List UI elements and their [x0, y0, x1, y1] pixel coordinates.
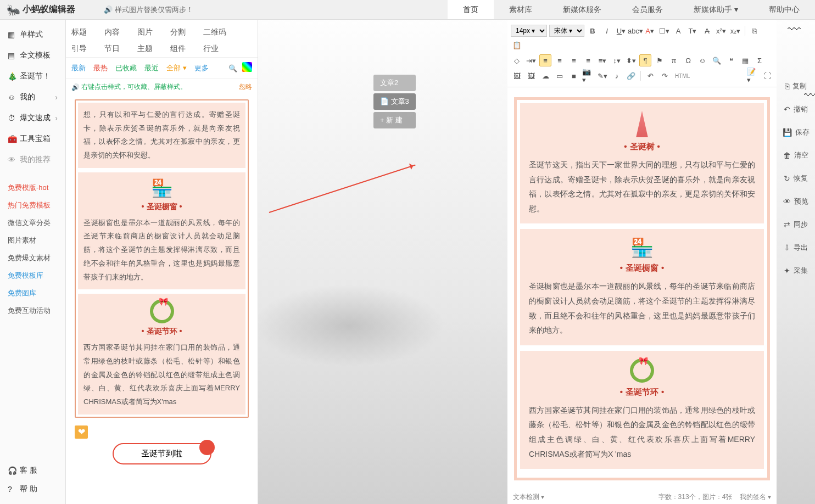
search-icon[interactable]: 🔍	[227, 62, 239, 74]
filter-item[interactable]: 已收藏	[115, 63, 137, 73]
sidebar-link[interactable]: 免费模版-hot	[0, 179, 65, 197]
multi-image-icon[interactable]: 🖼	[525, 70, 537, 82]
direction-icon[interactable]: ¶	[639, 54, 651, 66]
flag-icon[interactable]: ⚑	[654, 54, 666, 66]
filter-item[interactable]: 最新	[71, 63, 86, 73]
topnav-item[interactable]: 会员服务	[617, 0, 678, 19]
sidebar-item[interactable]: ▦单样式	[0, 24, 65, 45]
action-采集[interactable]: ✦采集	[777, 259, 815, 282]
sigma-icon[interactable]: Σ	[753, 54, 766, 66]
action-预览[interactable]: 👁预览	[777, 190, 815, 213]
align-justify-icon[interactable]: ≡	[582, 54, 594, 66]
sidebar-item[interactable]: ▤全文模板	[0, 45, 65, 66]
align-right-icon[interactable]: ≡	[568, 54, 580, 66]
case-icon[interactable]: A	[672, 25, 684, 37]
topnav-item[interactable]: 素材库	[494, 0, 548, 19]
eraser-icon[interactable]: ◇	[511, 54, 523, 66]
filter-item[interactable]: 更多	[194, 63, 209, 73]
copy-icon[interactable]: ⎘	[749, 25, 761, 37]
doc-tab[interactable]: 文章2	[373, 75, 416, 91]
image-icon[interactable]: 🖼	[511, 70, 523, 82]
align-center-icon[interactable]: ≡	[554, 54, 566, 66]
editor-canvas[interactable]: 圣诞树 圣诞节这天，指出天下一家世界大同的理想，只有以和平与仁爱的言行达成。寄赠…	[507, 87, 777, 490]
template-card[interactable]: 想，只有以和平与仁爱的言行达成。寄赠圣诞卡，除表示庆贺圣诞的喜乐外，就是向亲友祝…	[75, 99, 249, 418]
align-left-icon[interactable]: ≡	[539, 54, 551, 66]
search2-icon[interactable]: 🔍	[711, 54, 723, 66]
doc-tab[interactable]: 📄 文章3	[373, 93, 416, 110]
action-导出[interactable]: ⇩导出	[777, 236, 815, 259]
cloud-icon[interactable]: ☁	[539, 70, 551, 82]
template-card[interactable]: 圣诞节到啦	[113, 443, 211, 464]
style-tab[interactable]: 图片	[137, 24, 170, 41]
action-清空[interactable]: 🗑清空	[777, 144, 815, 167]
action-恢复[interactable]: ↻恢复	[777, 167, 815, 190]
style-tab[interactable]: 分割	[170, 24, 203, 41]
html-button[interactable]: HTML	[673, 73, 692, 79]
sidebar-item[interactable]: ☺我的›	[0, 87, 65, 108]
sidebar-item[interactable]: 🎄圣诞节！	[0, 66, 65, 87]
sidebar-link[interactable]: 免费互动活动	[0, 302, 65, 320]
action-复制[interactable]: ⎘复制	[777, 75, 815, 98]
lineheight-icon[interactable]: ↕▾	[611, 54, 623, 66]
filter-item[interactable]: 最近	[144, 63, 159, 73]
omega-icon[interactable]: Ω	[682, 54, 694, 66]
card-icon[interactable]: ▭	[554, 70, 566, 82]
sidebar-link[interactable]: 免费图库	[0, 284, 65, 302]
camera-icon[interactable]: 📷▾	[582, 70, 594, 82]
indent-icon[interactable]: ⇥▾	[525, 54, 537, 66]
format-icon[interactable]: T▾	[686, 25, 699, 37]
clear-icon[interactable]: A̶	[701, 25, 713, 37]
fontfamily-select[interactable]: 宋体 ▾	[549, 25, 584, 37]
filter-item[interactable]: 最热	[93, 63, 108, 73]
text-check-dropdown[interactable]: 文本检测 ▾	[513, 492, 544, 502]
topnav-item[interactable]: 新媒体助手 ▾	[678, 0, 753, 19]
bold-icon[interactable]: B	[587, 25, 599, 37]
quote-icon[interactable]: ❝	[725, 54, 737, 66]
sidebar-link[interactable]: 热门免费模板	[0, 197, 65, 214]
bgcolor-icon[interactable]: ☐▾	[658, 25, 670, 37]
redo-icon[interactable]: ↷	[658, 70, 671, 82]
list-icon[interactable]: ≡▾	[596, 54, 609, 66]
strike-icon[interactable]: abc▾	[629, 25, 641, 37]
table-icon[interactable]: ▦	[739, 54, 751, 66]
ignore-button[interactable]: 忽略	[239, 82, 252, 92]
undo-icon[interactable]: ↶	[644, 70, 656, 82]
action-同步[interactable]: ⇄同步	[777, 213, 815, 236]
style-tab[interactable]: 内容	[104, 24, 137, 41]
pi-icon[interactable]: π	[668, 54, 680, 66]
new-doc-button[interactable]: + 新 建	[373, 112, 416, 128]
style-tab[interactable]: 行业	[203, 41, 236, 57]
note-icon[interactable]: 📝▾	[747, 70, 759, 82]
style-tab[interactable]: 引导	[71, 41, 104, 57]
sidebar-bottom-item[interactable]: 🎧客 服	[0, 461, 65, 480]
signature-dropdown[interactable]: 我的签名 ▾	[740, 493, 771, 501]
link-icon[interactable]: 🔗	[625, 70, 637, 82]
fullscreen-icon[interactable]: ⛶	[761, 70, 773, 82]
topnav-item[interactable]: 帮助中心	[753, 0, 815, 19]
fontcolor-icon[interactable]: A▾	[644, 25, 656, 37]
sidebar-link[interactable]: 微信文章分类	[0, 214, 65, 232]
action-撤销[interactable]: ↶撤销	[777, 98, 815, 121]
topnav-item[interactable]: 新媒体服务	[548, 0, 617, 19]
spacing-icon[interactable]: ⬍▾	[625, 54, 637, 66]
topnav-item[interactable]: 首页	[448, 0, 494, 19]
italic-icon[interactable]: I	[601, 25, 613, 37]
sup-icon[interactable]: x²▾	[715, 25, 727, 37]
sidebar-link[interactable]: 免费模板库	[0, 267, 65, 284]
style-tab[interactable]: 二维码	[203, 24, 236, 41]
underline-icon[interactable]: U▾	[615, 25, 627, 37]
sidebar-link[interactable]: 免费爆文素材	[0, 249, 65, 267]
paste-icon[interactable]: 📋	[511, 39, 523, 51]
style-tab[interactable]: 节日	[104, 41, 137, 57]
fontsize-select[interactable]: 14px ▾	[511, 25, 547, 37]
sub-icon[interactable]: x₂▾	[729, 25, 741, 37]
style-tab[interactable]: 组件	[170, 41, 203, 57]
sidebar-link[interactable]: 图片素材	[0, 232, 65, 249]
action-保存[interactable]: 💾保存	[777, 121, 815, 144]
logo[interactable]: 🐜 小蚂蚁编辑器	[0, 3, 82, 16]
sidebar-item[interactable]: ⏱爆文速成›	[0, 108, 65, 128]
color-picker-icon[interactable]	[242, 62, 252, 72]
sidebar-item[interactable]: 👁我的推荐	[0, 149, 65, 170]
bookmark-button[interactable]: ❤	[75, 425, 88, 439]
music-icon[interactable]: ♪	[611, 70, 623, 82]
